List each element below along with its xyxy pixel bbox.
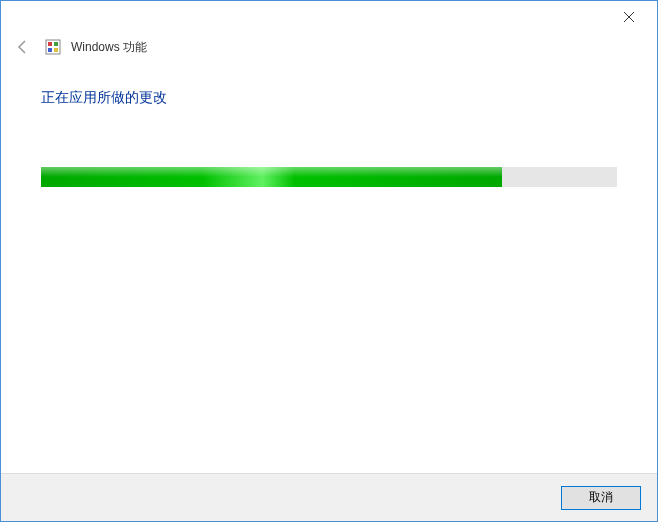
header: Windows 功能 bbox=[1, 31, 657, 69]
window-title: Windows 功能 bbox=[71, 39, 147, 56]
back-arrow-icon bbox=[15, 39, 31, 55]
close-icon bbox=[624, 12, 634, 22]
footer: 取消 bbox=[1, 473, 657, 521]
content-area: 正在应用所做的更改 bbox=[1, 69, 657, 207]
svg-rect-5 bbox=[48, 48, 52, 52]
back-button[interactable] bbox=[11, 35, 35, 59]
svg-rect-3 bbox=[48, 42, 52, 46]
svg-rect-6 bbox=[54, 48, 58, 52]
svg-rect-4 bbox=[54, 42, 58, 46]
progress-bar bbox=[41, 167, 617, 187]
windows-features-icon bbox=[45, 39, 61, 55]
progress-shine bbox=[41, 167, 502, 177]
page-heading: 正在应用所做的更改 bbox=[41, 89, 617, 107]
cancel-button[interactable]: 取消 bbox=[561, 486, 641, 510]
close-button[interactable] bbox=[609, 5, 649, 29]
titlebar bbox=[1, 1, 657, 31]
progress-fill bbox=[41, 167, 502, 187]
